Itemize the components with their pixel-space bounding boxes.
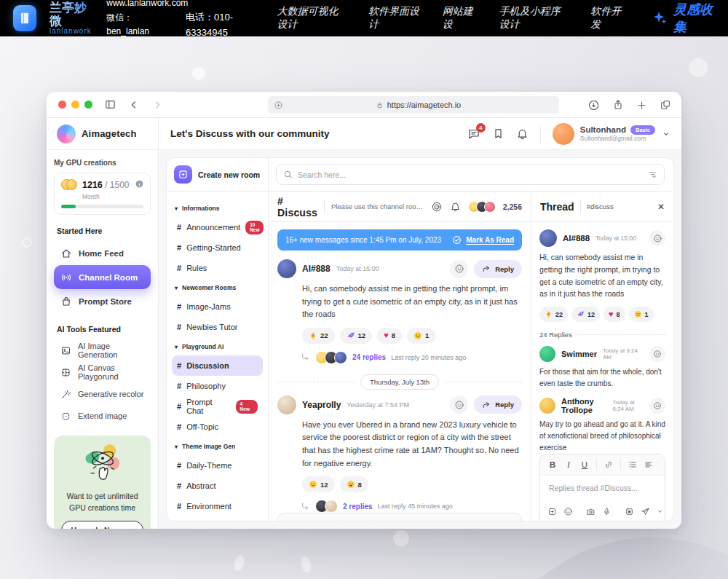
channel-rules[interactable]: #Rules <box>172 258 263 278</box>
back-icon[interactable] <box>128 99 140 111</box>
mic-icon[interactable] <box>602 507 612 516</box>
reply-button[interactable]: Reply <box>474 395 522 414</box>
underline-button[interactable]: U <box>580 460 589 469</box>
sidebar-item-extend-image[interactable]: Extend image <box>54 405 151 427</box>
search-field[interactable] <box>276 164 665 185</box>
list-icon[interactable] <box>380 519 389 521</box>
avatar[interactable] <box>277 395 296 414</box>
minimize-window-button[interactable] <box>71 101 79 109</box>
messages-button[interactable]: 4 <box>467 127 480 141</box>
channel-abstract[interactable]: #Abstract <box>172 476 263 496</box>
add-reaction-button[interactable] <box>649 230 665 246</box>
channel-off-topic[interactable]: #Off-Topic <box>172 417 263 437</box>
add-reaction-button[interactable] <box>450 395 468 414</box>
bell-icon[interactable] <box>450 201 461 212</box>
channel-newbies-tutor[interactable]: #Newbies Tutor <box>172 317 263 337</box>
section-newcomer-rooms[interactable]: ▾Newcomer Rooms <box>175 284 260 291</box>
new-tab-icon[interactable] <box>636 100 647 111</box>
bold-button[interactable]: B <box>548 460 557 469</box>
avatar[interactable] <box>277 259 296 278</box>
attach-plus-icon[interactable] <box>547 507 557 516</box>
reaction-pill[interactable]: 12 <box>302 476 335 492</box>
reaction-pill[interactable]: ♥8 <box>604 307 625 322</box>
sidebar-item-generative-recolor[interactable]: Generative recolor <box>54 383 151 405</box>
reaction-pill[interactable]: 12 <box>340 328 373 344</box>
page-zoom-icon[interactable] <box>274 101 283 110</box>
sidebar-item-home-feed[interactable]: Home Feed <box>54 241 151 265</box>
channel-multi-prompt[interactable]: #Multi-Prompt <box>172 516 263 521</box>
filter-icon[interactable] <box>648 170 657 179</box>
threads-icon[interactable] <box>431 201 443 213</box>
channel-image-jams[interactable]: #Image-Jams <box>172 296 263 317</box>
channel-philosophy[interactable]: #Philosophy <box>172 376 263 396</box>
channel-daily-theme[interactable]: #Daily-Theme <box>172 455 263 476</box>
add-reaction-button[interactable] <box>450 260 468 278</box>
add-reaction-button[interactable] <box>649 346 665 362</box>
sidebar-item-channel-room[interactable]: Channel Room <box>54 265 151 289</box>
channel-prompt-chat[interactable]: #Prompt Chat4 New <box>172 396 263 417</box>
sidebar-toggle-icon[interactable] <box>104 98 116 111</box>
reaction-pill[interactable]: 8 <box>340 476 368 492</box>
sidebar-item-ai-image-generation[interactable]: AI Image Generation <box>54 339 151 361</box>
align-icon[interactable] <box>644 460 653 469</box>
user-menu[interactable]: Sultonhand Basic Sultonhand@gmail.com <box>553 123 671 145</box>
reply-button[interactable]: Reply <box>474 260 522 278</box>
promo-nav-item[interactable]: 软件界面设计 <box>368 5 421 31</box>
downloads-icon[interactable] <box>587 99 600 111</box>
notifications-button[interactable] <box>516 127 529 140</box>
close-icon[interactable]: ✕ <box>657 202 665 212</box>
emoji-icon[interactable] <box>563 507 573 516</box>
zoom-window-button[interactable] <box>84 101 92 109</box>
screenshare-icon[interactable] <box>625 507 634 516</box>
channel-announcement[interactable]: #Announcement10 New <box>172 217 263 237</box>
channel-environment[interactable]: #Environment <box>172 496 263 516</box>
member-avatars[interactable] <box>468 201 496 213</box>
link-icon[interactable] <box>604 460 613 469</box>
thread-reply-input[interactable]: Replies thread #Discuss... <box>540 476 665 502</box>
italic-button[interactable]: I <box>564 460 573 469</box>
search-input[interactable] <box>298 170 643 179</box>
italic-button[interactable]: I <box>304 519 313 521</box>
info-icon[interactable] <box>135 179 144 189</box>
share-icon[interactable] <box>612 99 624 111</box>
reaction-pill[interactable]: ♥8 <box>377 328 402 344</box>
sidebar-item-prompt-store[interactable]: Prompt Store <box>54 289 151 313</box>
channel-discussion[interactable]: #Discussion <box>172 355 263 376</box>
tab-overview-icon[interactable] <box>660 99 671 111</box>
section-informations[interactable]: ▾Informations <box>175 205 260 212</box>
align-icon[interactable] <box>399 519 408 521</box>
create-room-button[interactable]: Create new room <box>167 158 269 191</box>
camera-icon[interactable] <box>586 507 596 516</box>
close-window-button[interactable] <box>58 101 66 109</box>
section-playground-ai[interactable]: ▾Playground AI <box>175 343 260 350</box>
channel-getting-started[interactable]: #Getting-Started <box>172 237 263 258</box>
upgrade-button[interactable]: Upgrade Now → <box>61 521 143 529</box>
avatar[interactable] <box>539 398 555 414</box>
inspiration-collect-link[interactable]: 灵感收集 <box>652 1 715 36</box>
app-logo-block[interactable]: Aimagetech <box>47 118 159 149</box>
promo-nav-item[interactable]: 软件开发 <box>590 5 625 31</box>
promo-nav-item[interactable]: 手机及小程序设计 <box>499 5 569 31</box>
promo-nav-item[interactable]: 大数据可视化设计 <box>277 5 347 31</box>
avatar[interactable] <box>539 229 557 247</box>
thread-replies-link[interactable]: 24 replies Last reply 20 minutes ago <box>301 351 522 364</box>
link-icon[interactable] <box>351 519 360 521</box>
reaction-pill[interactable]: 12 <box>571 307 600 322</box>
section-theme-image-gen[interactable]: ▾Theme Image Gen <box>175 443 260 450</box>
add-reaction-button[interactable] <box>649 398 665 414</box>
reaction-pill[interactable]: 1 <box>629 307 654 322</box>
chevron-down-icon[interactable] <box>656 508 664 516</box>
forward-icon[interactable] <box>151 99 163 111</box>
mark-as-read-button[interactable]: Mark As Read <box>452 235 514 245</box>
reaction-pill[interactable]: 22 <box>302 328 335 344</box>
bold-button[interactable]: B <box>286 519 295 521</box>
list-icon[interactable] <box>628 460 637 469</box>
sidebar-item-ai-canvas-playground[interactable]: AI Canvas Playgorund <box>54 361 151 383</box>
reaction-pill[interactable]: 1 <box>407 328 435 344</box>
avatar[interactable] <box>539 346 555 362</box>
promo-nav-item[interactable]: 网站建设 <box>443 5 478 31</box>
saved-button[interactable] <box>492 127 505 140</box>
reaction-pill[interactable]: 22 <box>539 307 568 322</box>
underline-button[interactable]: U <box>323 519 331 521</box>
send-icon[interactable] <box>641 507 650 516</box>
